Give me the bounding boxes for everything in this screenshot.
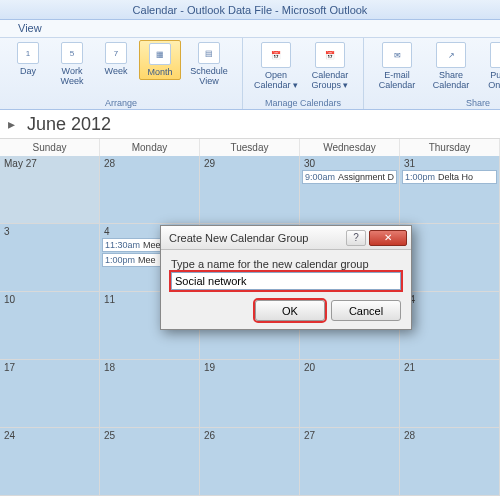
dialog-titlebar[interactable]: Create New Calendar Group ? ✕ [161,226,411,250]
day-cell[interactable]: 28 [400,428,500,496]
calendar-groups-icon: 📅 [315,42,345,68]
week-row: 1718192021 [0,360,500,428]
weekday-label: Tuesday [200,139,300,156]
ribbon-group-arrange: 1Day 5Work Week 7Week ▦Month ▤Schedule V… [0,38,243,109]
day-cell[interactable]: 311:00pmDelta Ho [400,156,500,224]
create-calendar-group-dialog: Create New Calendar Group ? ✕ Type a nam… [160,225,412,330]
ribbon-group-manage: 📅Open Calendar ▾ 📅Calendar Groups ▾ Mana… [243,38,364,109]
day-number: 28 [102,158,197,169]
day-cell[interactable]: 24 [0,428,100,496]
day-cell[interactable]: 309:00amAssignment D [300,156,400,224]
day-cell[interactable]: 19 [200,360,300,428]
day-number: 20 [302,362,397,373]
day-icon: 1 [17,42,39,64]
day-cell[interactable]: 18 [100,360,200,428]
day-number: 30 [302,158,397,169]
email-calendar-button[interactable]: ✉E-mail Calendar [371,40,423,92]
window-titlebar: Calendar - Outlook Data File - Microsoft… [0,0,500,20]
weekday-label: Thursday [400,139,500,156]
day-number: 27 [302,430,397,441]
day-cell[interactable]: 28 [100,156,200,224]
group-label-share: Share [364,98,500,108]
week-button[interactable]: 7Week [95,40,137,78]
day-cell[interactable]: 21 [400,360,500,428]
day-cell[interactable]: 27 [300,428,400,496]
day-number: 29 [202,158,297,169]
day-number: 25 [102,430,197,441]
dialog-prompt: Type a name for the new calendar group [171,258,401,270]
week-row: May 272829309:00amAssignment D311:00pmDe… [0,156,500,224]
publish-icon: 🌐 [490,42,500,68]
share-calendar-button[interactable]: ↗Share Calendar [425,40,477,92]
open-calendar-button[interactable]: 📅Open Calendar ▾ [250,40,302,92]
dialog-help-button[interactable]: ? [346,230,366,246]
dialog-close-button[interactable]: ✕ [369,230,407,246]
appointment[interactable]: 9:00amAssignment D [302,170,397,184]
schedule-view-button[interactable]: ▤Schedule View [183,40,235,88]
day-number: 7 [402,226,497,237]
month-icon: ▦ [149,43,171,65]
week-icon: 7 [105,42,127,64]
group-label-arrange: Arrange [0,98,242,108]
ribbon: 1Day 5Work Week 7Week ▦Month ▤Schedule V… [0,38,500,110]
day-cell[interactable]: 7 [400,224,500,292]
calendar-groups-button[interactable]: 📅Calendar Groups ▾ [304,40,356,92]
day-cell[interactable]: 10 [0,292,100,360]
appointment[interactable]: 1:00pmDelta Ho [402,170,497,184]
publish-online-button[interactable]: 🌐Publish Online ▾ [479,40,500,92]
day-cell[interactable]: 25 [100,428,200,496]
day-cell[interactable]: 14 [400,292,500,360]
workweek-icon: 5 [61,42,83,64]
day-cell[interactable]: 20 [300,360,400,428]
day-number: May 27 [2,158,97,169]
calendar-header: ▸ June 2012 [0,110,500,138]
group-name-input[interactable] [171,272,401,290]
ribbon-tabs: View [0,20,500,38]
day-number: 18 [102,362,197,373]
week-row: 2425262728 [0,428,500,496]
day-number: 3 [2,226,97,237]
month-title: June 2012 [27,114,111,135]
day-cell[interactable]: 3 [0,224,100,292]
day-number: 24 [2,430,97,441]
weekday-header: SundayMondayTuesdayWednesdayThursday [0,138,500,156]
day-cell[interactable]: 17 [0,360,100,428]
day-cell[interactable]: May 27 [0,156,100,224]
open-calendar-icon: 📅 [261,42,291,68]
group-label-manage: Manage Calendars [243,98,363,108]
work-week-button[interactable]: 5Work Week [51,40,93,88]
day-number: 14 [402,294,497,305]
weekday-label: Wednesday [300,139,400,156]
day-number: 17 [2,362,97,373]
tab-view[interactable]: View [8,20,52,36]
month-button[interactable]: ▦Month [139,40,181,80]
ok-button[interactable]: OK [255,300,325,321]
day-cell[interactable]: 26 [200,428,300,496]
day-number: 26 [202,430,297,441]
weekday-label: Monday [100,139,200,156]
day-cell[interactable]: 29 [200,156,300,224]
schedule-icon: ▤ [198,42,220,64]
day-number: 28 [402,430,497,441]
day-number: 31 [402,158,497,169]
cancel-button[interactable]: Cancel [331,300,401,321]
nav-next-icon[interactable]: ▸ [8,116,15,132]
day-number: 19 [202,362,297,373]
email-icon: ✉ [382,42,412,68]
day-number: 10 [2,294,97,305]
dialog-body: Type a name for the new calendar group O… [161,250,411,329]
day-number: 21 [402,362,497,373]
dialog-title: Create New Calendar Group [169,232,346,244]
share-icon: ↗ [436,42,466,68]
weekday-label: Sunday [0,139,100,156]
ribbon-group-share: ✉E-mail Calendar ↗Share Calendar 🌐Publis… [364,38,500,109]
day-button[interactable]: 1Day [7,40,49,78]
